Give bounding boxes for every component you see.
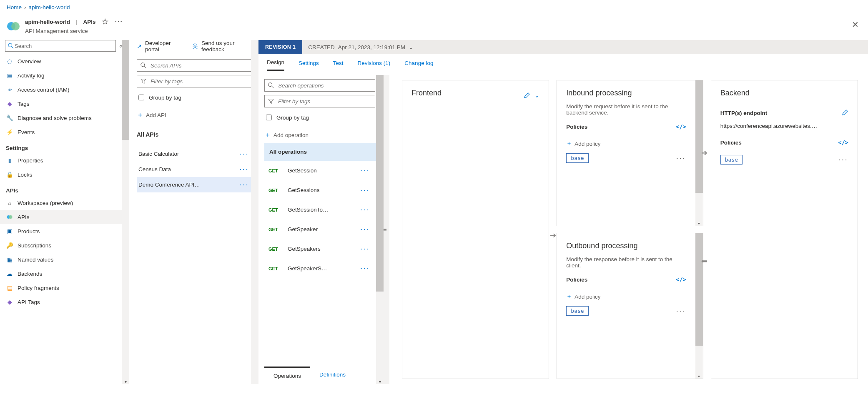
breadcrumb-home[interactable]: Home bbox=[7, 4, 22, 10]
nav-backends[interactable]: ☁Backends bbox=[0, 267, 128, 281]
scroll-down-icon[interactable]: ▾ bbox=[695, 221, 703, 226]
tab-test[interactable]: Test bbox=[333, 60, 344, 70]
operation-more-button[interactable]: ··· bbox=[361, 265, 370, 272]
operation-item[interactable]: GETGetSession··· bbox=[264, 161, 384, 180]
operations-scroll-thumb[interactable] bbox=[376, 75, 384, 292]
send-feedback-link[interactable]: 웃Send us your feedback bbox=[192, 40, 251, 52]
scroll-down-icon[interactable]: ▾ bbox=[376, 379, 384, 384]
api-item-basic-calculator[interactable]: Basic Calculator··· bbox=[137, 146, 252, 162]
filter-apis-input[interactable] bbox=[150, 78, 248, 85]
frontend-edit-icon[interactable] bbox=[524, 92, 530, 100]
group-operations-by-tag[interactable]: Group by tag bbox=[264, 111, 375, 124]
outbound-scroll-thumb[interactable] bbox=[695, 233, 703, 346]
operation-more-button[interactable]: ··· bbox=[361, 187, 370, 193]
page-title: apim-hello-world | APIs ☆ ··· bbox=[25, 17, 124, 26]
nav-events[interactable]: ⚡Events bbox=[0, 125, 128, 139]
nav-subscriptions[interactable]: 🔑Subscriptions bbox=[0, 238, 128, 252]
search-icon bbox=[140, 62, 146, 68]
nav-properties[interactable]: ⫼Properties bbox=[0, 154, 128, 167]
favorite-star-icon[interactable]: ☆ bbox=[102, 17, 108, 26]
nav-policy-fragments[interactable]: ▤Policy fragments bbox=[0, 281, 128, 295]
inbound-scroll-thumb[interactable] bbox=[695, 80, 703, 193]
tab-settings[interactable]: Settings bbox=[299, 60, 319, 70]
backend-code-view-icon[interactable]: </> bbox=[838, 139, 848, 146]
operation-more-button[interactable]: ··· bbox=[361, 207, 370, 213]
scroll-down-icon[interactable]: ▾ bbox=[695, 374, 703, 379]
operation-more-button[interactable]: ··· bbox=[361, 167, 370, 174]
frontend-title: Frontend bbox=[411, 89, 442, 97]
svg-point-8 bbox=[268, 83, 272, 87]
filter-operations-input[interactable] bbox=[277, 98, 371, 105]
revision-pill[interactable]: REVISION 1 bbox=[258, 40, 302, 54]
group-apis-checkbox[interactable] bbox=[138, 95, 144, 100]
scroll-down-icon[interactable]: ▾ bbox=[122, 379, 129, 384]
frontend-dropdown-icon[interactable]: ⌄ bbox=[534, 92, 539, 100]
search-operations-input[interactable] bbox=[277, 82, 371, 89]
inbound-policy-more-button[interactable]: ··· bbox=[676, 155, 686, 161]
nav-products[interactable]: ▣Products bbox=[0, 224, 128, 238]
add-api-button[interactable]: ＋Add API bbox=[137, 107, 252, 123]
operation-item[interactable]: GETGetSpeakerS…··· bbox=[264, 259, 384, 278]
api-item-more-button[interactable]: ··· bbox=[240, 151, 249, 157]
search-apis-input[interactable] bbox=[150, 62, 248, 69]
inbound-add-policy-button[interactable]: ＋Add policy bbox=[566, 136, 600, 150]
operation-item[interactable]: GETGetSessionTo…··· bbox=[264, 200, 384, 219]
operation-item[interactable]: GETGetSessions··· bbox=[264, 180, 384, 200]
close-blade-button[interactable]: ✕ bbox=[849, 17, 861, 32]
subtab-definitions[interactable]: Definitions bbox=[310, 367, 355, 384]
all-apis-header[interactable]: All APIs bbox=[137, 126, 252, 140]
api-item-more-button[interactable]: ··· bbox=[240, 182, 249, 188]
add-operation-button[interactable]: ＋Add operation bbox=[264, 127, 375, 143]
nav-apis[interactable]: APIs bbox=[0, 210, 128, 224]
left-nav-scroll-thumb[interactable] bbox=[122, 40, 129, 140]
inbound-base-policy[interactable]: base bbox=[566, 153, 588, 163]
filter-apis-by-tags[interactable] bbox=[137, 75, 252, 87]
inbound-code-view-icon[interactable]: </> bbox=[676, 123, 686, 130]
api-item-demo-conference[interactable]: Demo Conference API…··· bbox=[137, 177, 252, 192]
nav-access-control[interactable]: ᨀAccess control (IAM) bbox=[0, 82, 128, 97]
group-operations-checkbox[interactable] bbox=[266, 115, 272, 120]
nav-locks[interactable]: 🔒Locks bbox=[0, 167, 128, 182]
apis-scrollbar[interactable] bbox=[251, 40, 258, 384]
nav-workspaces[interactable]: ⌂Workspaces (preview) bbox=[0, 196, 128, 210]
outbound-policy-more-button[interactable]: ··· bbox=[676, 308, 686, 314]
nav-overview[interactable]: ◌Overview bbox=[0, 54, 128, 68]
tab-design[interactable]: Design bbox=[267, 59, 284, 71]
nav-search-input[interactable] bbox=[14, 42, 113, 50]
chevron-down-icon[interactable]: ⌄ bbox=[409, 44, 414, 50]
operation-more-button[interactable]: ··· bbox=[361, 246, 370, 252]
search-operations[interactable] bbox=[264, 79, 375, 92]
operation-item[interactable]: GETGetSpeakers··· bbox=[264, 239, 384, 259]
nav-named-values[interactable]: ▦Named values bbox=[0, 252, 128, 267]
operation-item[interactable]: GETGetSpeaker··· bbox=[264, 219, 384, 239]
tab-change-log[interactable]: Change log bbox=[404, 60, 433, 70]
outbound-code-view-icon[interactable]: </> bbox=[676, 276, 686, 283]
backend-edit-icon[interactable] bbox=[842, 109, 848, 117]
backend-base-policy[interactable]: base bbox=[720, 155, 743, 165]
developer-portal-link[interactable]: ↗Developer portal bbox=[137, 40, 181, 52]
breadcrumb-current[interactable]: apim-hello-world bbox=[29, 4, 70, 10]
api-item-census-data[interactable]: Census Data··· bbox=[137, 162, 252, 177]
left-nav-scrollbar[interactable]: ▴ ▾ bbox=[122, 40, 129, 384]
outbound-add-policy-button[interactable]: ＋Add policy bbox=[566, 289, 600, 303]
outbound-base-policy[interactable]: base bbox=[566, 306, 588, 316]
external-link-icon: ↗ bbox=[137, 43, 142, 50]
operation-more-button[interactable]: ··· bbox=[361, 226, 370, 232]
title-more-button[interactable]: ··· bbox=[114, 18, 124, 25]
group-apis-by-tag[interactable]: Group by tag bbox=[137, 91, 252, 104]
nav-search[interactable] bbox=[5, 40, 116, 52]
filter-operations-by-tags[interactable] bbox=[264, 95, 375, 107]
nav-activity-log[interactable]: ▤Activity log bbox=[0, 68, 128, 82]
nav-tags[interactable]: ◆Tags bbox=[0, 97, 128, 111]
nav-api-tags[interactable]: ◆API Tags bbox=[0, 295, 128, 309]
tab-revisions[interactable]: Revisions (1) bbox=[358, 60, 391, 70]
nav-diagnose[interactable]: 🔧Diagnose and solve problems bbox=[0, 111, 128, 125]
operations-scrollbar[interactable]: ▴ ▾ bbox=[376, 75, 384, 384]
api-item-more-button[interactable]: ··· bbox=[240, 166, 249, 172]
search-apis[interactable] bbox=[137, 59, 252, 72]
revision-meta[interactable]: CREATED Apr 21, 2023, 12:19:01 PM ⌄ bbox=[302, 44, 419, 50]
backend-policy-more-button[interactable]: ··· bbox=[839, 157, 848, 163]
all-operations-item[interactable]: All operations bbox=[264, 143, 384, 161]
subtab-operations[interactable]: Operations bbox=[264, 367, 310, 384]
apim-service-icon bbox=[7, 20, 20, 33]
